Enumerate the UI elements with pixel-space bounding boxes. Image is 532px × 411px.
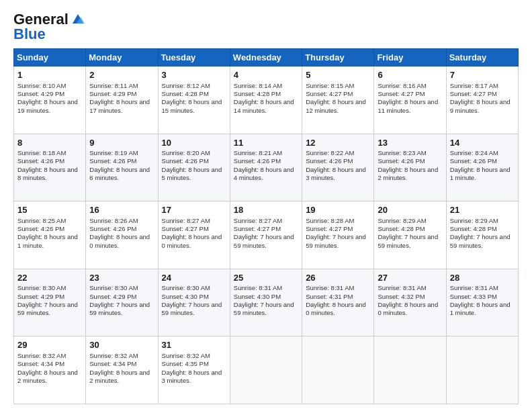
calendar-cell: 24Sunrise: 8:30 AMSunset: 4:30 PMDayligh… xyxy=(158,269,230,336)
day-info: Sunrise: 8:26 AMSunset: 4:26 PMDaylight:… xyxy=(89,217,154,250)
logo: General Blue xyxy=(13,11,85,43)
header: General Blue xyxy=(13,11,519,43)
calendar-cell: 13Sunrise: 8:23 AMSunset: 4:26 PMDayligh… xyxy=(374,134,446,201)
day-info: Sunrise: 8:21 AMSunset: 4:26 PMDaylight:… xyxy=(234,149,298,182)
calendar-cell: 19Sunrise: 8:28 AMSunset: 4:27 PMDayligh… xyxy=(302,201,374,269)
day-info: Sunrise: 8:30 AMSunset: 4:29 PMDaylight:… xyxy=(89,284,154,317)
calendar-cell xyxy=(446,336,518,404)
day-number: 8 xyxy=(17,137,82,149)
day-info: Sunrise: 8:25 AMSunset: 4:26 PMDaylight:… xyxy=(17,217,82,250)
calendar-cell: 22Sunrise: 8:30 AMSunset: 4:29 PMDayligh… xyxy=(14,269,86,336)
day-info: Sunrise: 8:27 AMSunset: 4:27 PMDaylight:… xyxy=(234,217,298,250)
calendar-cell: 31Sunrise: 8:32 AMSunset: 4:35 PMDayligh… xyxy=(158,336,230,404)
day-info: Sunrise: 8:28 AMSunset: 4:27 PMDaylight:… xyxy=(306,217,370,250)
day-number: 15 xyxy=(17,204,82,216)
calendar-cell: 21Sunrise: 8:29 AMSunset: 4:28 PMDayligh… xyxy=(446,201,518,269)
day-info: Sunrise: 8:32 AMSunset: 4:34 PMDaylight:… xyxy=(17,352,82,385)
day-number: 5 xyxy=(306,69,370,81)
calendar-cell: 15Sunrise: 8:25 AMSunset: 4:26 PMDayligh… xyxy=(14,201,86,269)
day-info: Sunrise: 8:31 AMSunset: 4:33 PMDaylight:… xyxy=(450,284,515,317)
calendar-cell: 17Sunrise: 8:27 AMSunset: 4:27 PMDayligh… xyxy=(158,201,230,269)
calendar-cell: 25Sunrise: 8:31 AMSunset: 4:30 PMDayligh… xyxy=(230,269,302,336)
calendar-cell: 27Sunrise: 8:31 AMSunset: 4:32 PMDayligh… xyxy=(374,269,446,336)
calendar-cell: 28Sunrise: 8:31 AMSunset: 4:33 PMDayligh… xyxy=(446,269,518,336)
day-number: 13 xyxy=(378,137,442,149)
day-number: 19 xyxy=(306,204,370,216)
day-number: 27 xyxy=(378,272,442,284)
day-info: Sunrise: 8:31 AMSunset: 4:31 PMDaylight:… xyxy=(306,284,370,317)
day-number: 31 xyxy=(162,339,226,351)
col-header-tuesday: Tuesday xyxy=(158,49,230,66)
calendar-cell: 30Sunrise: 8:32 AMSunset: 4:34 PMDayligh… xyxy=(86,336,158,404)
day-number: 24 xyxy=(162,272,226,284)
calendar-cell: 8Sunrise: 8:18 AMSunset: 4:26 PMDaylight… xyxy=(14,134,86,201)
col-header-thursday: Thursday xyxy=(302,49,374,66)
day-number: 25 xyxy=(234,272,298,284)
day-info: Sunrise: 8:10 AMSunset: 4:29 PMDaylight:… xyxy=(17,82,82,115)
calendar-cell: 3Sunrise: 8:12 AMSunset: 4:28 PMDaylight… xyxy=(158,66,230,134)
day-info: Sunrise: 8:24 AMSunset: 4:26 PMDaylight:… xyxy=(450,149,515,182)
day-info: Sunrise: 8:31 AMSunset: 4:30 PMDaylight:… xyxy=(234,284,298,317)
calendar-cell xyxy=(302,336,374,404)
day-info: Sunrise: 8:22 AMSunset: 4:26 PMDaylight:… xyxy=(306,149,370,182)
calendar-cell: 29Sunrise: 8:32 AMSunset: 4:34 PMDayligh… xyxy=(14,336,86,404)
calendar-cell: 10Sunrise: 8:20 AMSunset: 4:26 PMDayligh… xyxy=(158,134,230,201)
day-number: 6 xyxy=(378,69,442,81)
col-header-monday: Monday xyxy=(86,49,158,66)
calendar-cell: 1Sunrise: 8:10 AMSunset: 4:29 PMDaylight… xyxy=(14,66,86,134)
calendar-cell: 2Sunrise: 8:11 AMSunset: 4:29 PMDaylight… xyxy=(86,66,158,134)
day-number: 20 xyxy=(378,204,442,216)
day-info: Sunrise: 8:29 AMSunset: 4:28 PMDaylight:… xyxy=(378,217,442,250)
day-number: 22 xyxy=(17,272,82,284)
day-info: Sunrise: 8:11 AMSunset: 4:29 PMDaylight:… xyxy=(89,82,154,115)
day-number: 14 xyxy=(450,137,515,149)
col-header-friday: Friday xyxy=(374,49,446,66)
day-info: Sunrise: 8:27 AMSunset: 4:27 PMDaylight:… xyxy=(162,217,226,250)
logo-icon xyxy=(70,11,85,26)
day-info: Sunrise: 8:30 AMSunset: 4:30 PMDaylight:… xyxy=(162,284,226,317)
day-info: Sunrise: 8:15 AMSunset: 4:27 PMDaylight:… xyxy=(306,82,370,115)
calendar-cell xyxy=(230,336,302,404)
day-info: Sunrise: 8:32 AMSunset: 4:35 PMDaylight:… xyxy=(162,352,226,385)
day-number: 28 xyxy=(450,272,515,284)
day-info: Sunrise: 8:14 AMSunset: 4:28 PMDaylight:… xyxy=(234,82,298,115)
day-number: 21 xyxy=(450,204,515,216)
day-number: 29 xyxy=(17,339,82,351)
calendar-cell: 18Sunrise: 8:27 AMSunset: 4:27 PMDayligh… xyxy=(230,201,302,269)
day-number: 23 xyxy=(89,272,154,284)
calendar-cell: 20Sunrise: 8:29 AMSunset: 4:28 PMDayligh… xyxy=(374,201,446,269)
day-number: 16 xyxy=(89,204,154,216)
day-number: 10 xyxy=(162,137,226,149)
day-info: Sunrise: 8:16 AMSunset: 4:27 PMDaylight:… xyxy=(378,82,442,115)
col-header-saturday: Saturday xyxy=(446,49,518,66)
day-number: 7 xyxy=(450,69,515,81)
day-info: Sunrise: 8:20 AMSunset: 4:26 PMDaylight:… xyxy=(162,149,226,182)
calendar-table: SundayMondayTuesdayWednesdayThursdayFrid… xyxy=(13,48,519,404)
day-number: 4 xyxy=(234,69,298,81)
day-number: 18 xyxy=(234,204,298,216)
calendar-cell: 11Sunrise: 8:21 AMSunset: 4:26 PMDayligh… xyxy=(230,134,302,201)
calendar-cell: 23Sunrise: 8:30 AMSunset: 4:29 PMDayligh… xyxy=(86,269,158,336)
page: General Blue SundayMondayTuesdayWednesda… xyxy=(0,0,532,411)
calendar-cell: 9Sunrise: 8:19 AMSunset: 4:26 PMDaylight… xyxy=(86,134,158,201)
calendar-cell xyxy=(374,336,446,404)
day-number: 30 xyxy=(89,339,154,351)
day-number: 11 xyxy=(234,137,298,149)
day-info: Sunrise: 8:30 AMSunset: 4:29 PMDaylight:… xyxy=(17,284,82,317)
day-number: 26 xyxy=(306,272,370,284)
logo-blue: Blue xyxy=(13,26,46,43)
day-info: Sunrise: 8:29 AMSunset: 4:28 PMDaylight:… xyxy=(450,217,515,250)
calendar-cell: 5Sunrise: 8:15 AMSunset: 4:27 PMDaylight… xyxy=(302,66,374,134)
col-header-wednesday: Wednesday xyxy=(230,49,302,66)
day-number: 9 xyxy=(89,137,154,149)
day-info: Sunrise: 8:32 AMSunset: 4:34 PMDaylight:… xyxy=(89,352,154,385)
day-info: Sunrise: 8:12 AMSunset: 4:28 PMDaylight:… xyxy=(162,82,226,115)
calendar-cell: 7Sunrise: 8:17 AMSunset: 4:27 PMDaylight… xyxy=(446,66,518,134)
calendar-cell: 16Sunrise: 8:26 AMSunset: 4:26 PMDayligh… xyxy=(86,201,158,269)
day-number: 12 xyxy=(306,137,370,149)
col-header-sunday: Sunday xyxy=(14,49,86,66)
day-info: Sunrise: 8:19 AMSunset: 4:26 PMDaylight:… xyxy=(89,149,154,182)
calendar-cell: 14Sunrise: 8:24 AMSunset: 4:26 PMDayligh… xyxy=(446,134,518,201)
day-number: 1 xyxy=(17,69,82,81)
day-number: 3 xyxy=(162,69,226,81)
